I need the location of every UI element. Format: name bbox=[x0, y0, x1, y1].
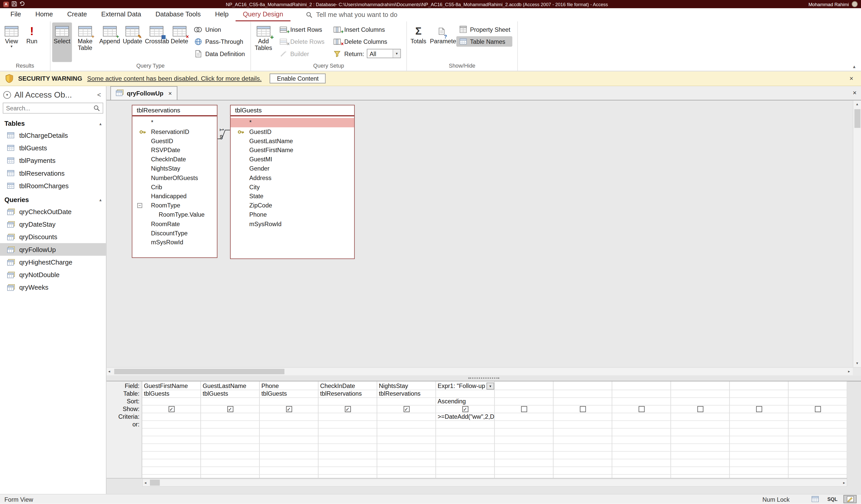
field-Crib[interactable]: Crib bbox=[132, 183, 217, 192]
field-Handicapped[interactable]: Handicapped bbox=[132, 192, 217, 201]
view-button[interactable]: View ▾ bbox=[1, 23, 21, 62]
shutter-close-icon[interactable]: < bbox=[96, 91, 103, 99]
make-table-button[interactable]: + Make Table bbox=[72, 23, 98, 62]
nav-section-header-queries[interactable]: Queries▴ bbox=[0, 194, 106, 205]
show-checkbox[interactable] bbox=[756, 406, 762, 412]
field-cell[interactable] bbox=[671, 382, 729, 390]
show-checkbox[interactable] bbox=[815, 406, 821, 412]
or-cell[interactable] bbox=[789, 421, 847, 429]
table-cell[interactable] bbox=[789, 390, 847, 398]
grid-horizontal-scrollbar[interactable]: ◂ ▸ bbox=[142, 479, 847, 487]
account-name[interactable]: Mohammad Rahimi bbox=[808, 1, 849, 7]
or-cell[interactable] bbox=[671, 421, 729, 429]
or-cell[interactable] bbox=[554, 421, 612, 429]
sort-cell[interactable]: Ascending bbox=[436, 398, 494, 406]
nav-item-qryDiscounts[interactable]: qryDiscounts bbox=[0, 230, 106, 243]
show-checkbox[interactable]: ✓ bbox=[403, 406, 409, 412]
criteria-cell[interactable]: >=DateAdd("ww",2,D bbox=[436, 413, 494, 421]
close-warning-icon[interactable]: × bbox=[849, 74, 856, 82]
field-cell[interactable] bbox=[730, 382, 788, 390]
nav-item-tblGuests[interactable]: tblGuests bbox=[0, 142, 106, 154]
show-checkbox[interactable]: ✓ bbox=[286, 406, 292, 412]
show-cell[interactable]: ✓ bbox=[318, 406, 377, 413]
undo-icon[interactable] bbox=[19, 1, 25, 7]
close-tab-icon[interactable]: × bbox=[168, 90, 172, 97]
or-cell[interactable] bbox=[201, 421, 259, 429]
field-*[interactable]: * bbox=[231, 118, 354, 127]
field-CheckInDate[interactable]: CheckInDate bbox=[132, 155, 217, 164]
document-tab-qryfollowup[interactable]: qryFollowUp × bbox=[110, 86, 178, 100]
property-sheet-button[interactable]: Property Sheet bbox=[456, 24, 512, 34]
show-checkbox[interactable]: ✓ bbox=[227, 406, 233, 412]
show-cell[interactable] bbox=[730, 406, 788, 413]
sql-view-button[interactable]: SQL bbox=[826, 495, 839, 503]
or-cell[interactable] bbox=[318, 421, 377, 429]
field-ZipCode[interactable]: ZipCode bbox=[231, 201, 354, 210]
tab-external-data[interactable]: External Data bbox=[94, 8, 148, 21]
criteria-cell[interactable] bbox=[142, 413, 200, 421]
field-cell[interactable] bbox=[612, 382, 670, 390]
table-cell[interactable] bbox=[436, 390, 494, 398]
criteria-cell[interactable] bbox=[554, 413, 612, 421]
scrollbar-thumb[interactable] bbox=[854, 109, 860, 128]
tab-file[interactable]: File bbox=[3, 8, 28, 21]
enable-content-button[interactable]: Enable Content bbox=[270, 73, 326, 83]
tab-home[interactable]: Home bbox=[28, 8, 60, 21]
datasheet-view-button[interactable] bbox=[808, 495, 821, 503]
or-cell[interactable] bbox=[260, 421, 318, 429]
table-cell[interactable]: tblGuests bbox=[201, 390, 259, 398]
field-cell[interactable]: CheckInDate bbox=[318, 382, 377, 390]
sort-cell[interactable] bbox=[318, 398, 377, 406]
table-cell[interactable]: tblGuests bbox=[142, 390, 200, 398]
field-cell[interactable]: GuestLastName bbox=[201, 382, 259, 390]
scroll-right-icon[interactable]: ▸ bbox=[843, 479, 845, 486]
show-cell[interactable] bbox=[671, 406, 729, 413]
sort-cell[interactable] bbox=[730, 398, 788, 406]
collapse-field-icon[interactable]: − bbox=[137, 203, 142, 208]
sort-cell[interactable] bbox=[142, 398, 200, 406]
show-cell[interactable] bbox=[612, 406, 670, 413]
field-RoomType.Value[interactable]: RoomType.Value bbox=[132, 210, 217, 220]
tab-create[interactable]: Create bbox=[60, 8, 94, 21]
data-definition-button[interactable]: Data Definition bbox=[192, 48, 247, 59]
nav-item-tblChargeDetails[interactable]: tblChargeDetails bbox=[0, 129, 106, 142]
criteria-cell[interactable] bbox=[671, 413, 729, 421]
field-Gender[interactable]: Gender bbox=[231, 164, 354, 173]
design-surface[interactable]: 1 ∞ ▴ ▾ tblReservations*ReservationIDGue… bbox=[107, 100, 861, 367]
design-view-button[interactable] bbox=[843, 495, 856, 503]
field-list-tblGuests[interactable]: tblGuests*GuestIDGuestLastNameGuestFirst… bbox=[230, 105, 355, 259]
criteria-cell[interactable] bbox=[318, 413, 377, 421]
field-GuestFirstName[interactable]: GuestFirstName bbox=[231, 146, 354, 155]
show-cell[interactable]: ✓ bbox=[201, 406, 259, 413]
scroll-up-icon[interactable]: ▴ bbox=[856, 100, 858, 108]
show-cell[interactable] bbox=[495, 406, 553, 413]
criteria-cell[interactable] bbox=[201, 413, 259, 421]
field-cell[interactable] bbox=[554, 382, 612, 390]
collapse-ribbon-button[interactable]: ▴ bbox=[853, 64, 856, 69]
totals-button[interactable]: Σ Totals bbox=[409, 23, 428, 62]
or-cell[interactable] bbox=[612, 421, 670, 429]
nav-search-box[interactable]: Search... bbox=[3, 103, 103, 114]
scroll-left-icon[interactable]: ◂ bbox=[145, 479, 147, 486]
show-checkbox[interactable] bbox=[638, 406, 644, 412]
append-button[interactable]: + Append bbox=[98, 23, 121, 62]
or-cell[interactable] bbox=[377, 421, 435, 429]
criteria-cell[interactable] bbox=[612, 413, 670, 421]
field-DiscountType[interactable]: DiscountType bbox=[132, 229, 217, 238]
select-query-button[interactable]: Select bbox=[52, 23, 72, 62]
avatar[interactable] bbox=[852, 1, 858, 7]
insert-columns-button[interactable]: + Insert Columns bbox=[331, 24, 403, 34]
save-icon[interactable] bbox=[12, 1, 17, 8]
sort-cell[interactable] bbox=[260, 398, 318, 406]
field-cell[interactable]: NightsStay bbox=[377, 382, 435, 390]
show-checkbox[interactable]: ✓ bbox=[168, 406, 175, 412]
add-tables-button[interactable]: + Add Tables bbox=[253, 23, 274, 62]
table-names-button[interactable]: Table Names bbox=[456, 36, 512, 46]
field-cell[interactable]: Expr1: "Follow-up▾ bbox=[436, 382, 494, 390]
criteria-cell[interactable] bbox=[260, 413, 318, 421]
design-vertical-scrollbar[interactable]: ▴ ▾ bbox=[853, 100, 861, 367]
nav-item-tblRoomCharges[interactable]: tblRoomCharges bbox=[0, 180, 106, 192]
scroll-left-icon[interactable]: ◂ bbox=[108, 368, 110, 376]
tab-database-tools[interactable]: Database Tools bbox=[148, 8, 208, 21]
scroll-right-icon[interactable]: ▸ bbox=[848, 368, 850, 376]
